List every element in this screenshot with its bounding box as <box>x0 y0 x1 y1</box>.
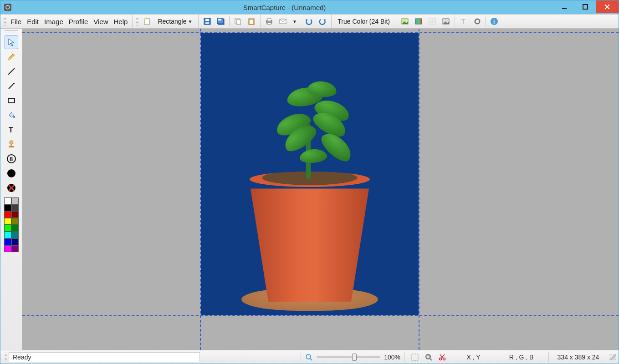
chevron-down-icon: ▼ <box>292 19 297 24</box>
app-tools-segment: T i <box>455 15 503 28</box>
rectangle-icon <box>7 96 16 105</box>
scissors-icon <box>438 353 446 361</box>
tool-fill[interactable] <box>5 108 18 122</box>
minimize-button[interactable] <box>554 0 575 13</box>
selection-tools <box>404 352 453 362</box>
tool-arrow[interactable] <box>5 79 18 93</box>
close-button[interactable] <box>596 0 619 13</box>
svg-point-33 <box>13 116 15 118</box>
color-picker-button[interactable] <box>413 15 425 27</box>
window-frame: SmartCapture - (Unnamed) File Edit Image… <box>0 0 619 364</box>
settings-button[interactable] <box>471 15 483 27</box>
tool-line[interactable] <box>5 65 18 78</box>
menu-file[interactable]: File <box>8 17 24 26</box>
filled-circle-icon <box>6 168 16 178</box>
resize-grip[interactable] <box>609 354 616 360</box>
color-swatch[interactable] <box>4 232 11 238</box>
brightness-button[interactable] <box>426 15 438 27</box>
fit-selection-button[interactable] <box>409 351 421 363</box>
menu-help[interactable]: Help <box>111 17 131 26</box>
text-icon: T <box>7 125 16 134</box>
about-button[interactable]: i <box>488 15 500 27</box>
menu-image[interactable]: Image <box>41 17 66 26</box>
copy-button[interactable] <box>232 15 244 27</box>
svg-rect-32 <box>8 98 15 103</box>
svg-text:i: i <box>493 19 495 25</box>
color-swatch[interactable] <box>4 245 11 252</box>
email-button[interactable] <box>277 15 289 27</box>
tool-text[interactable]: T <box>5 123 18 136</box>
print-button[interactable] <box>263 15 275 27</box>
no-color[interactable] <box>5 181 18 195</box>
grip-icon[interactable] <box>136 17 138 26</box>
tool-pencil[interactable] <box>5 50 18 64</box>
menu-profile[interactable]: Profile <box>66 17 91 26</box>
captured-image[interactable] <box>201 33 419 315</box>
text-caption-button[interactable]: T <box>458 15 470 27</box>
grip-icon[interactable] <box>5 353 7 362</box>
maximize-icon <box>583 4 588 10</box>
color-swatch[interactable] <box>4 238 11 245</box>
slider-thumb[interactable] <box>352 354 357 361</box>
envelope-icon <box>279 17 287 25</box>
marquee-icon <box>411 353 419 361</box>
new-capture-button[interactable] <box>141 15 153 27</box>
capture-shape-dropdown[interactable]: Rectangle ▼ <box>154 15 195 27</box>
cut-button[interactable] <box>436 351 448 363</box>
svg-rect-21 <box>415 19 422 24</box>
color-swatch[interactable] <box>11 245 19 252</box>
pixel-color: R , G , B <box>494 352 548 362</box>
file-ops-segment <box>199 15 261 28</box>
grip-icon[interactable] <box>4 17 6 26</box>
paste-button[interactable] <box>246 15 257 27</box>
foreground-color[interactable] <box>5 167 18 180</box>
tool-stamp[interactable] <box>5 137 18 151</box>
zoom-slider[interactable] <box>317 356 380 358</box>
color-swatch[interactable] <box>11 238 19 245</box>
color-swatch[interactable] <box>11 211 19 218</box>
tool-rectangle[interactable] <box>5 94 18 107</box>
svg-rect-16 <box>267 19 271 21</box>
color-swatch[interactable] <box>4 218 11 225</box>
separator <box>486 16 486 26</box>
image-preview-button[interactable] <box>399 15 411 27</box>
grayscale-button[interactable] <box>440 15 452 27</box>
canvas-area[interactable] <box>22 29 619 350</box>
share-segment: ▼ <box>261 15 300 28</box>
email-options-button[interactable]: ▼ <box>291 15 297 27</box>
maximize-button[interactable] <box>575 0 596 13</box>
status-message: Ready <box>9 352 200 362</box>
capture-shape-label: Rectangle <box>158 18 186 25</box>
crop-button[interactable] <box>423 351 435 363</box>
tool-counter[interactable]: 8 <box>5 152 18 166</box>
svg-rect-44 <box>412 354 418 360</box>
tool-select[interactable] <box>5 35 18 49</box>
color-depth-label: True Color (24 Bit) <box>338 18 390 25</box>
undo-icon <box>304 17 313 25</box>
save-button[interactable] <box>201 15 213 27</box>
color-swatch[interactable] <box>4 204 11 211</box>
zoom-value: 100% <box>384 354 400 361</box>
color-swatch[interactable] <box>11 218 19 225</box>
bucket-icon <box>7 111 16 120</box>
menu-edit[interactable]: Edit <box>24 17 41 26</box>
info-icon: i <box>490 17 498 25</box>
color-depth-dropdown[interactable]: True Color (24 Bit) <box>334 15 393 27</box>
color-swatch[interactable] <box>11 197 19 204</box>
svg-rect-17 <box>267 23 271 25</box>
menu-view[interactable]: View <box>91 17 111 26</box>
color-swatch[interactable] <box>11 204 19 211</box>
save-all-button[interactable] <box>215 15 227 27</box>
grip-icon[interactable] <box>5 30 18 33</box>
line-icon <box>7 67 16 76</box>
redo-icon <box>318 17 327 25</box>
color-swatch[interactable] <box>4 225 11 232</box>
svg-point-37 <box>10 141 13 144</box>
redo-button[interactable] <box>317 15 328 27</box>
color-swatch[interactable] <box>11 225 19 232</box>
color-swatch[interactable] <box>11 232 19 238</box>
undo-button[interactable] <box>303 15 315 27</box>
svg-rect-9 <box>218 19 221 20</box>
color-swatch[interactable] <box>4 197 11 204</box>
color-swatch[interactable] <box>4 211 11 218</box>
